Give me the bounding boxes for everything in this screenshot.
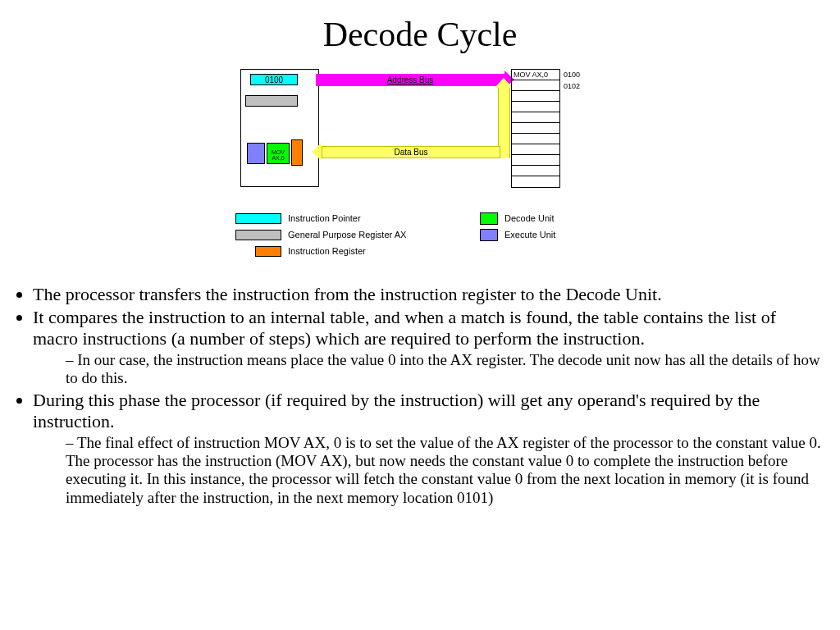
legend-swatch-decode: [480, 212, 498, 225]
data-bus-arrow-left-icon: [312, 143, 322, 161]
data-bus: Data Bus: [322, 146, 500, 158]
legend-left: Instruction Pointer General Purpose Regi…: [235, 210, 406, 259]
bullet-item: It compares the instruction to an intern…: [33, 307, 825, 388]
diagram-wrap: 0100 MOV AX,0 Address Bus Data Bus MOV A…: [0, 64, 840, 277]
sub-bullet-item: In our case, the instruction means place…: [66, 351, 825, 388]
bullet-item: The processor transfers the instruction …: [33, 284, 825, 305]
sub-list: The final effect of instruction MOV AX, …: [33, 434, 825, 508]
memory-row: [512, 91, 559, 102]
memory-row: [512, 102, 559, 112]
legend-label-ir: Instruction Register: [288, 246, 366, 256]
ax-register: [245, 95, 298, 107]
instruction-register-box: [291, 139, 303, 166]
address-bus: Address Bus: [316, 74, 504, 86]
memory-row: [512, 80, 559, 91]
bullet-item: During this phase the processor (if requ…: [33, 390, 825, 508]
legend-right: Decode Unit Execute Unit: [480, 210, 555, 243]
memory-row: [512, 134, 559, 144]
legend-swatch-ip: [235, 213, 281, 224]
memory-address-0: 0100: [564, 71, 580, 79]
legend-swatch-ir: [255, 246, 281, 257]
decode-unit-box: MOV AX,0: [267, 143, 290, 164]
page-title: Decode Cycle: [0, 15, 840, 54]
execute-unit-box: [247, 143, 265, 164]
bullet-list: The processor transfers the instruction …: [0, 284, 840, 507]
memory-row: [512, 155, 559, 166]
memory-row: [512, 144, 559, 155]
memory-address-1: 0102: [564, 82, 580, 90]
legend-label-ax: General Purpose Register AX: [288, 230, 406, 240]
memory-table: MOV AX,0: [511, 69, 560, 188]
data-bus-arrow-up-icon: [495, 78, 513, 88]
cpu-box: [240, 69, 319, 187]
memory-row: [512, 112, 559, 123]
legend-swatch-ax: [235, 230, 281, 240]
memory-row: [512, 166, 559, 176]
slide: Decode Cycle 0100 MOV AX,0 Address Bus D…: [0, 15, 840, 630]
memory-row: [512, 123, 559, 134]
legend-swatch-execute: [480, 229, 498, 241]
legend-label-decode: Decode Unit: [504, 213, 555, 223]
diagram: 0100 MOV AX,0 Address Bus Data Bus MOV A…: [227, 64, 613, 277]
legend-label-ip: Instruction Pointer: [288, 213, 361, 223]
memory-row: MOV AX,0: [512, 70, 559, 80]
sub-bullet-item: The final effect of instruction MOV AX, …: [66, 434, 825, 508]
sub-list: In our case, the instruction means place…: [33, 351, 825, 388]
instruction-pointer-register: 0100: [250, 74, 298, 85]
memory-row: [512, 176, 559, 187]
legend-label-execute: Execute Unit: [504, 230, 555, 240]
